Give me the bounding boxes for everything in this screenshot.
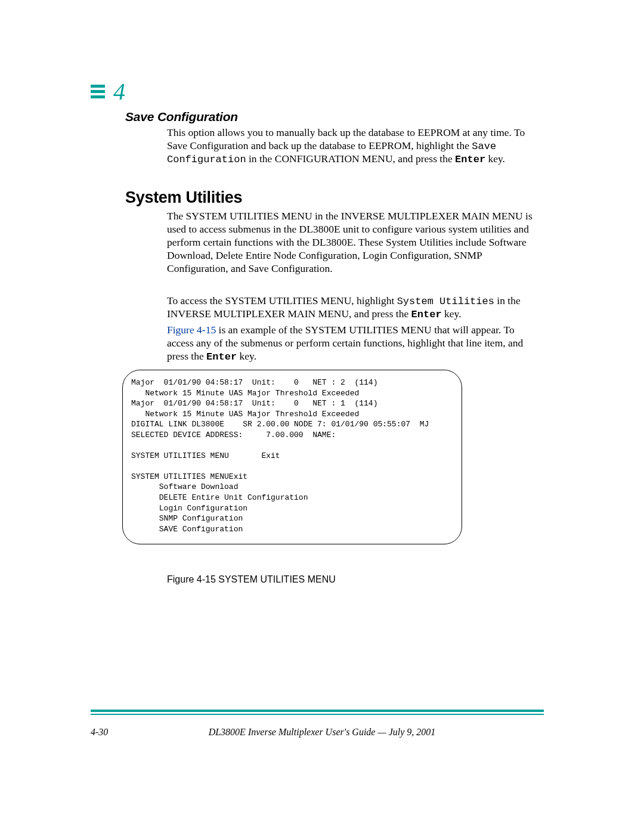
figure-link[interactable]: Figure 4-15 <box>167 324 216 336</box>
heading-system-utilities: System Utilities <box>125 188 242 207</box>
stripe-icon <box>91 85 105 98</box>
key-enter: Enter <box>206 351 237 363</box>
text: key. <box>237 350 256 362</box>
key-enter: Enter <box>455 154 485 165</box>
chapter-number: 4 <box>113 78 125 106</box>
text: key. <box>442 308 462 320</box>
subheading-save-configuration: Save Configuration <box>125 110 238 124</box>
paragraph-save-configuration: This option allows you to manually back … <box>167 126 537 166</box>
text: key. <box>485 153 505 165</box>
text: To access the SYSTEM UTILITIES MENU, hig… <box>167 295 397 306</box>
paragraph-sysutil-intro: The SYSTEM UTILITIES MENU in the INVERSE… <box>167 210 537 275</box>
inline-code: System Utilities <box>397 296 494 307</box>
figure-caption: Figure 4-15 SYSTEM UTILITIES MENU <box>167 574 336 585</box>
chapter-head: 4 <box>91 78 125 106</box>
paragraph-sysutil-access: To access the SYSTEM UTILITIES MENU, hig… <box>167 295 537 321</box>
document-page: 4 Save Configuration This option allows … <box>0 0 644 833</box>
footer-title: DL3800E Inverse Multiplexer User's Guide… <box>0 727 644 738</box>
terminal-screenshot: Major 01/01/90 04:58:17 Unit: 0 NET : 2 … <box>122 370 462 544</box>
footer-rule <box>91 710 544 715</box>
paragraph-sysutil-figure: Figure 4-15 is an example of the SYSTEM … <box>167 324 537 363</box>
text: in the CONFIGURATION MENU, and press the <box>246 153 455 165</box>
key-enter: Enter <box>411 309 442 320</box>
